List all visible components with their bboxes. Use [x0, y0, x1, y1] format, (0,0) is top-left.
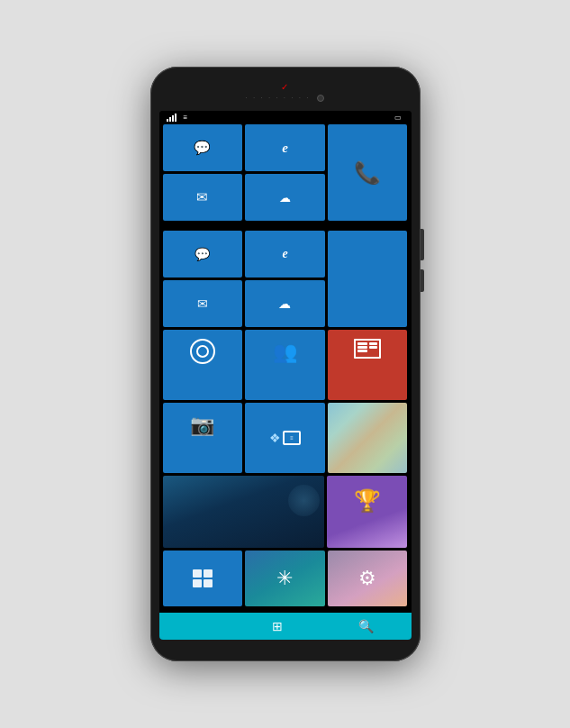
- tile-messaging[interactable]: 💬: [163, 231, 243, 278]
- cortana-ring: [190, 339, 215, 364]
- ie-icon-2: e: [282, 141, 288, 156]
- phone-device: ✓ · · · · · · · · · ≡ ▭: [150, 67, 421, 661]
- phone-top: ✓ · · · · · · · · ·: [159, 77, 412, 111]
- tile-ie[interactable]: e: [245, 231, 325, 278]
- camera-row: · · · · · · · · ·: [159, 94, 412, 102]
- taskbar: ⊞ 🔍: [159, 613, 412, 640]
- tile-people[interactable]: 👥: [245, 330, 325, 400]
- status-right: ▭: [394, 114, 404, 122]
- win-q3: [193, 579, 202, 587]
- email-icon-2: ✉: [196, 189, 208, 205]
- onedrive-icon-f: ☁: [278, 296, 291, 311]
- tile-maps[interactable]: [328, 403, 408, 473]
- section4: 🏆: [163, 476, 408, 548]
- tile-facebook[interactable]: [328, 231, 408, 327]
- windows-icon: [193, 569, 213, 587]
- news-line2: [357, 346, 367, 349]
- phone-tile-2[interactable]: 📞: [328, 124, 408, 221]
- quickmemo-icon-group: ❖ ≡: [269, 431, 301, 445]
- water-circle: [288, 485, 320, 516]
- cortana-inner-ring: [196, 345, 209, 358]
- search-button[interactable]: 🔍: [358, 619, 374, 633]
- people-icon: 👥: [273, 341, 297, 364]
- final-grid: 💬 e ✉ ☁: [159, 227, 412, 610]
- battery-icon: ▭: [394, 114, 402, 122]
- tile-cortana[interactable]: [163, 330, 243, 400]
- pinwheel-icon: ✳: [276, 567, 293, 590]
- onedrive-icon-2: ☁: [279, 191, 291, 205]
- tile-email[interactable]: ✉: [163, 280, 243, 327]
- bar4: [175, 114, 176, 122]
- news-line3: [357, 350, 367, 352]
- volume-button[interactable]: [421, 229, 424, 260]
- tile-store[interactable]: [163, 551, 243, 606]
- section2: 👥: [163, 330, 408, 400]
- home-icon: ⊞: [272, 619, 283, 633]
- news-icon: [354, 339, 381, 359]
- phone-icon-2: 📞: [354, 160, 381, 186]
- news-line1: [357, 342, 367, 345]
- maps-bg-img: [328, 403, 408, 473]
- bar2: [169, 117, 171, 122]
- verizon-check-icon: ✓: [281, 82, 289, 92]
- section3: 📷 ❖ ≡: [163, 403, 408, 473]
- email-icon-f: ✉: [197, 296, 208, 311]
- settings-icon: ⚙: [358, 567, 376, 590]
- ie-tile-2[interactable]: e: [245, 124, 325, 171]
- tile-quickmemo[interactable]: ❖ ≡: [245, 403, 325, 473]
- tile-onedrive[interactable]: ☁: [245, 280, 325, 327]
- messaging-icon-f: 💬: [195, 247, 210, 261]
- status-bar: ≡ ▭: [159, 111, 412, 124]
- memo-box: ≡: [283, 431, 301, 445]
- screen: ≡ ▭ 💬 e ✉: [159, 111, 412, 640]
- maps-label: [328, 469, 332, 473]
- phone-bottom: [159, 640, 412, 651]
- search-icon: 🔍: [358, 619, 374, 633]
- tiles-container: 💬 e 📞 ✉ ☁: [159, 124, 412, 227]
- ie-icon-f: e: [282, 247, 287, 261]
- calendar-fish-hint: [288, 485, 320, 516]
- messaging-tile-2[interactable]: 💬: [163, 124, 243, 171]
- tile-sports[interactable]: 🏆: [327, 476, 408, 548]
- section1: 💬 e ✉ ☁: [163, 231, 408, 327]
- email-tile-2[interactable]: ✉: [163, 174, 243, 221]
- signal-icon: [167, 114, 176, 122]
- sports-icon: 🏆: [354, 488, 381, 514]
- status-left: ≡: [167, 114, 188, 122]
- messaging-icon-2: 💬: [194, 140, 211, 156]
- onedrive-tile-2[interactable]: ☁: [245, 174, 325, 221]
- speaker: · · · · · · · · ·: [246, 94, 311, 102]
- bar3: [172, 115, 174, 122]
- top-rows: 💬 e 📞 ✉ ☁: [163, 124, 408, 221]
- home-button[interactable]: ⊞: [272, 618, 283, 634]
- tile-pinwheel[interactable]: ✳: [245, 551, 325, 606]
- news-col-left: [357, 342, 367, 355]
- tile-settings[interactable]: ⚙: [328, 551, 408, 606]
- memo-lines: ≡: [290, 435, 294, 441]
- volume-button-down[interactable]: [421, 269, 424, 292]
- front-camera: [317, 95, 324, 102]
- tile-news[interactable]: [328, 330, 408, 400]
- signal-type-icon: ≡: [184, 114, 188, 122]
- camera-icon: 📷: [190, 414, 214, 437]
- win-q1: [193, 569, 202, 578]
- lg-wing-icon: ❖: [269, 431, 281, 445]
- news-line5: [369, 346, 377, 349]
- news-col-right: [369, 342, 377, 355]
- bar1: [167, 119, 168, 122]
- tile-lgcamera[interactable]: 📷: [163, 403, 243, 473]
- tile-calendar[interactable]: [163, 476, 324, 548]
- win-q4: [204, 579, 213, 587]
- section5: ✳ ⚙: [163, 551, 408, 606]
- news-line4: [369, 342, 377, 345]
- win-q2: [204, 569, 213, 578]
